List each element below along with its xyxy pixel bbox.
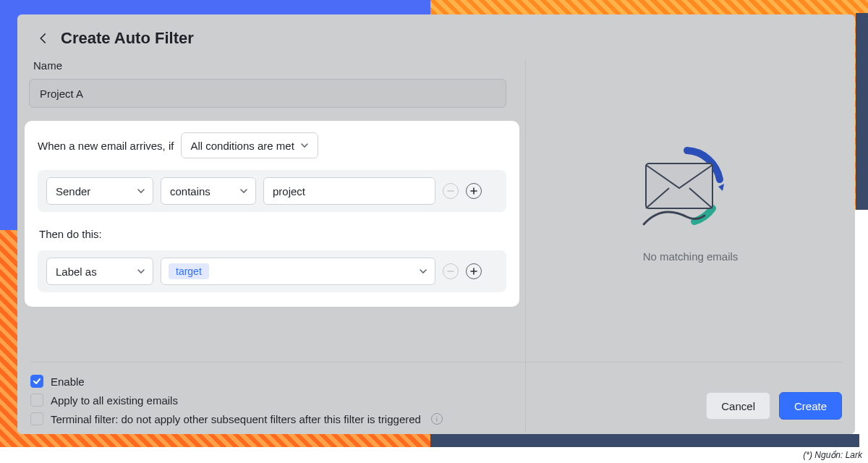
terminal-checkbox[interactable] bbox=[30, 412, 43, 425]
conditions-intro: When a new email arrives, if bbox=[38, 140, 174, 152]
dialog-header: Create Auto Filter bbox=[17, 14, 855, 59]
cancel-button[interactable]: Cancel bbox=[706, 392, 770, 420]
apply-existing-checkbox[interactable] bbox=[30, 394, 43, 407]
label-tag: target bbox=[169, 263, 209, 279]
action-value-select[interactable]: target bbox=[161, 258, 435, 285]
condition-operator-select[interactable]: contains bbox=[161, 177, 256, 205]
source-note: (*) Nguồn: Lark bbox=[803, 450, 862, 460]
create-auto-filter-dialog: Create Auto Filter Name When a new email… bbox=[17, 14, 855, 434]
terminal-label: Terminal filter: do not apply other subs… bbox=[51, 413, 421, 425]
add-action-button[interactable] bbox=[466, 263, 482, 279]
chevron-down-icon bbox=[137, 267, 145, 276]
condition-field-select[interactable]: Sender bbox=[46, 177, 153, 205]
plus-icon bbox=[469, 267, 478, 276]
name-input[interactable] bbox=[29, 79, 506, 108]
conditions-card: When a new email arrives, if All conditi… bbox=[25, 121, 519, 307]
add-condition-button[interactable] bbox=[466, 183, 482, 199]
action-type-select[interactable]: Label as bbox=[46, 258, 153, 285]
footer-divider bbox=[30, 362, 842, 362]
actions-intro: Then do this: bbox=[39, 228, 506, 240]
enable-checkbox[interactable] bbox=[30, 375, 43, 388]
condition-value-input[interactable] bbox=[263, 177, 435, 205]
enable-label: Enable bbox=[51, 375, 85, 388]
apply-existing-label: Apply to all existing emails bbox=[51, 394, 178, 407]
info-icon[interactable]: i bbox=[431, 413, 443, 425]
match-mode-dropdown[interactable]: All conditions are met bbox=[181, 132, 318, 158]
create-button[interactable]: Create bbox=[779, 392, 842, 420]
chevron-down-icon bbox=[419, 267, 427, 276]
name-label: Name bbox=[33, 59, 514, 72]
chevron-left-icon bbox=[37, 32, 50, 45]
remove-action-button[interactable] bbox=[443, 263, 459, 279]
plus-icon bbox=[469, 187, 478, 195]
dialog-footer: Enable Apply to all existing emails Term… bbox=[30, 375, 842, 425]
minus-icon bbox=[446, 267, 455, 276]
chevron-down-icon bbox=[300, 141, 309, 150]
empty-illustration bbox=[633, 143, 749, 237]
condition-row: Sender contains bbox=[38, 170, 506, 212]
dialog-title: Create Auto Filter bbox=[61, 29, 194, 48]
back-button[interactable] bbox=[35, 30, 52, 47]
chevron-down-icon bbox=[239, 187, 248, 195]
match-mode-label: All conditions are met bbox=[190, 140, 294, 152]
minus-icon bbox=[446, 187, 455, 195]
svg-rect-0 bbox=[646, 163, 712, 208]
remove-condition-button[interactable] bbox=[443, 183, 459, 199]
check-icon bbox=[33, 377, 41, 386]
chevron-down-icon bbox=[137, 187, 145, 195]
preview-empty-text: No matching emails bbox=[643, 250, 739, 263]
action-row: Label as target bbox=[38, 250, 506, 292]
